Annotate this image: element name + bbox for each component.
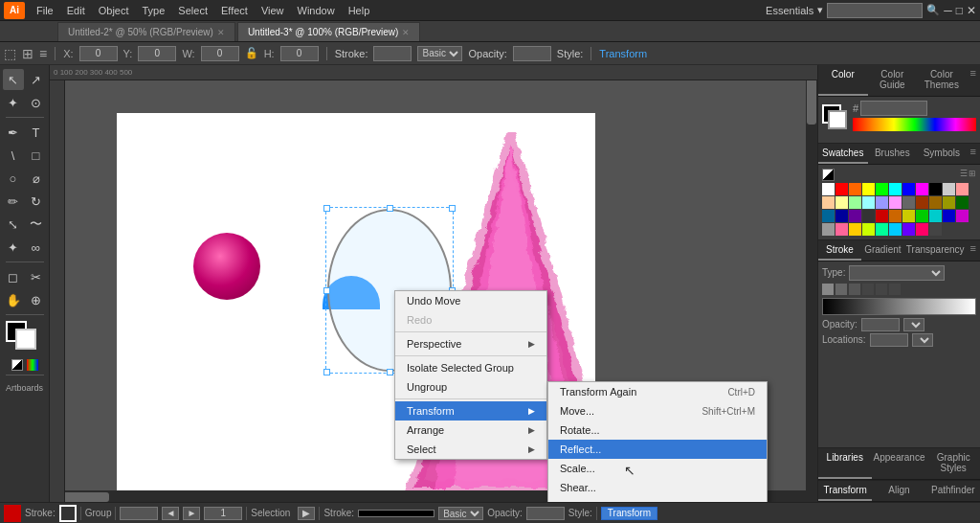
transform-btn-label[interactable]: Transform: [599, 48, 647, 59]
swatch-item[interactable]: [943, 196, 955, 209]
search-input[interactable]: [827, 3, 923, 18]
sm-scale[interactable]: Scale...: [548, 459, 767, 478]
swatches-panel-menu-icon[interactable]: ≡: [967, 144, 980, 164]
warp-tool[interactable]: 〜: [26, 214, 47, 235]
swatch-item[interactable]: [889, 210, 902, 222]
menu-effect[interactable]: Effect: [215, 3, 254, 18]
menu-file[interactable]: File: [31, 3, 59, 18]
menu-select[interactable]: Select: [172, 3, 213, 18]
canvas-area[interactable]: 0 100 200 300 400 500: [50, 65, 817, 502]
gradient-preview-bar[interactable]: [822, 298, 976, 315]
swatch-item[interactable]: [929, 183, 942, 195]
tab-color-themes[interactable]: Color Themes: [917, 65, 967, 96]
stroke-status-box[interactable]: [59, 505, 77, 522]
menu-view[interactable]: View: [256, 3, 290, 18]
swatch-item[interactable]: [902, 183, 915, 195]
lasso-tool[interactable]: ⊙: [26, 92, 47, 113]
zoom-prev-btn[interactable]: ◄: [162, 507, 179, 520]
color-spectrum-bar[interactable]: [853, 118, 976, 131]
handle-bc[interactable]: [387, 369, 393, 375]
page-input[interactable]: [204, 507, 242, 520]
cm-ungroup[interactable]: Ungroup: [395, 377, 546, 397]
rect-tool[interactable]: □: [26, 145, 47, 166]
menu-edit[interactable]: Edit: [61, 3, 91, 18]
location-dropdown[interactable]: [912, 333, 933, 347]
swatch-item[interactable]: [862, 183, 875, 195]
scale-tool[interactable]: ⤡: [3, 214, 24, 235]
zoom-tool[interactable]: ⊕: [26, 289, 47, 310]
stroke-panel-menu-icon[interactable]: ≡: [967, 240, 980, 261]
direct-selection-tool[interactable]: ↗: [26, 69, 47, 90]
rotate-tool[interactable]: ↻: [26, 191, 47, 212]
swatch-item[interactable]: [916, 210, 928, 222]
window-restore-icon[interactable]: □: [956, 4, 963, 17]
tab-stroke[interactable]: Stroke: [818, 240, 861, 261]
hex-color-input[interactable]: FFFFFF: [860, 101, 927, 116]
swatch-item[interactable]: [956, 183, 969, 195]
swatch-item[interactable]: [929, 210, 942, 222]
swatch-item[interactable]: [835, 196, 848, 209]
swatch-item[interactable]: [916, 223, 928, 236]
swatch-item[interactable]: [876, 183, 888, 195]
tab-untitled2[interactable]: Untitled-2* @ 50% (RGB/Preview) ✕: [57, 22, 235, 41]
play-btn[interactable]: ▶: [298, 507, 315, 520]
pencil-tool[interactable]: ✏: [3, 191, 24, 212]
tab-align[interactable]: Align: [872, 481, 925, 501]
canvas-scrollbar-v[interactable]: [806, 65, 817, 502]
cm-transform[interactable]: Transform ▶: [395, 401, 546, 421]
swatch-item[interactable]: [889, 183, 902, 195]
sm-transform-each[interactable]: Transform Each... Alt+Shift+Ctrl+D: [548, 497, 767, 502]
swatch-none-box[interactable]: [822, 169, 835, 181]
swatch-item[interactable]: [916, 196, 928, 209]
tab-transparency[interactable]: Transparency: [904, 240, 967, 261]
none-icon[interactable]: [11, 359, 23, 371]
swatch-item[interactable]: [862, 223, 875, 236]
tab-untitled3-close[interactable]: ✕: [402, 28, 410, 37]
stroke-style-solid[interactable]: [822, 284, 834, 295]
scissors-tool[interactable]: ✂: [26, 266, 47, 287]
window-minimize-icon[interactable]: ─: [944, 4, 952, 17]
swatch-item[interactable]: [849, 196, 861, 209]
stroke-input[interactable]: 1: [373, 46, 412, 61]
swatch-item[interactable]: [835, 223, 848, 236]
cm-redo[interactable]: Redo: [395, 310, 546, 330]
tab-transform[interactable]: Transform: [818, 481, 872, 501]
tab-color-guide[interactable]: Color Guide: [868, 65, 918, 96]
swatch-item[interactable]: [929, 223, 942, 236]
swatch-item[interactable]: [916, 183, 928, 195]
transform-status-btn[interactable]: Transform: [601, 507, 657, 520]
cm-isolate[interactable]: Isolate Selected Group: [395, 358, 546, 377]
cm-undo-move[interactable]: Undo Move: [395, 291, 546, 310]
swatch-item[interactable]: [929, 196, 942, 209]
tab-swatches[interactable]: Swatches: [818, 144, 868, 164]
lock-icon[interactable]: 🔓: [245, 47, 258, 59]
swatch-item[interactable]: [822, 210, 835, 222]
sm-reflect[interactable]: Reflect...: [548, 440, 767, 459]
color-panel-menu-icon[interactable]: ≡: [967, 65, 980, 96]
line-tool[interactable]: \: [3, 145, 24, 166]
tab-untitled2-close[interactable]: ✕: [217, 28, 225, 37]
magic-wand-tool[interactable]: ✦: [3, 92, 24, 113]
gradient-icon[interactable]: [27, 359, 38, 371]
location-value-input[interactable]: [870, 333, 908, 347]
fill-status-box[interactable]: [4, 505, 21, 522]
cm-perspective[interactable]: Perspective ▶: [395, 334, 546, 353]
sm-move[interactable]: Move... Shift+Ctrl+M: [548, 401, 767, 421]
stroke-caps-icon[interactable]: [862, 284, 874, 295]
swatch-item[interactable]: [862, 196, 875, 209]
sm-rotate[interactable]: Rotate...: [548, 421, 767, 440]
swatch-item[interactable]: [849, 210, 861, 222]
swatch-item[interactable]: [822, 196, 835, 209]
swatch-item[interactable]: [835, 183, 848, 195]
essentials-dropdown-icon[interactable]: ▾: [817, 4, 823, 16]
swatch-item[interactable]: [862, 210, 875, 222]
window-close-icon[interactable]: ✕: [967, 4, 976, 17]
menu-type[interactable]: Type: [137, 3, 171, 18]
basic-select[interactable]: Basic: [417, 46, 462, 61]
stroke-type-select[interactable]: [849, 265, 945, 281]
swatch-item[interactable]: [835, 210, 848, 222]
stroke-join-icon[interactable]: [876, 284, 887, 295]
tab-symbols[interactable]: Symbols: [917, 144, 967, 164]
swatch-item[interactable]: [902, 223, 915, 236]
tab-appearance[interactable]: Appearance: [872, 448, 927, 479]
